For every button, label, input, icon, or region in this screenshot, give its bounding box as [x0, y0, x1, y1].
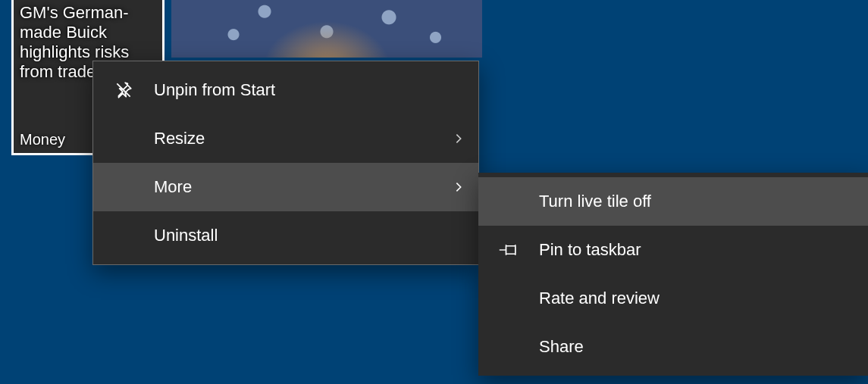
menu-item-label: Uninstall — [154, 226, 439, 245]
tile-app-label: Money — [20, 131, 65, 148]
submenu-item-rate-and-review[interactable]: Rate and review — [478, 274, 868, 323]
chevron-right-icon — [439, 181, 478, 193]
tile-context-menu: Unpin from Start Resize More Uninstall — [92, 61, 479, 265]
start-tile-adjacent[interactable] — [171, 0, 482, 58]
submenu-item-turn-live-tile-off[interactable]: Turn live tile off — [478, 177, 868, 226]
menu-item-label: Unpin from Start — [154, 80, 439, 100]
menu-item-resize[interactable]: Resize — [93, 114, 478, 163]
more-submenu: Turn live tile off Pin to taskbar Rate a… — [478, 173, 868, 376]
svg-rect-1 — [506, 246, 515, 254]
menu-item-unpin-from-start[interactable]: Unpin from Start — [93, 66, 478, 114]
pin-icon — [478, 242, 539, 258]
menu-item-label: Pin to taskbar — [539, 240, 868, 260]
menu-item-label: More — [154, 177, 439, 197]
tile-live-image — [171, 0, 482, 58]
menu-item-label: Share — [539, 337, 868, 357]
submenu-item-pin-to-taskbar[interactable]: Pin to taskbar — [478, 226, 868, 274]
menu-item-label: Resize — [154, 129, 439, 148]
menu-item-more[interactable]: More — [93, 163, 478, 211]
menu-item-uninstall[interactable]: Uninstall — [93, 211, 478, 260]
menu-item-label: Turn live tile off — [539, 192, 868, 211]
unpin-icon — [93, 80, 154, 100]
chevron-right-icon — [439, 133, 478, 145]
submenu-item-share[interactable]: Share — [478, 323, 868, 371]
menu-item-label: Rate and review — [539, 289, 868, 308]
